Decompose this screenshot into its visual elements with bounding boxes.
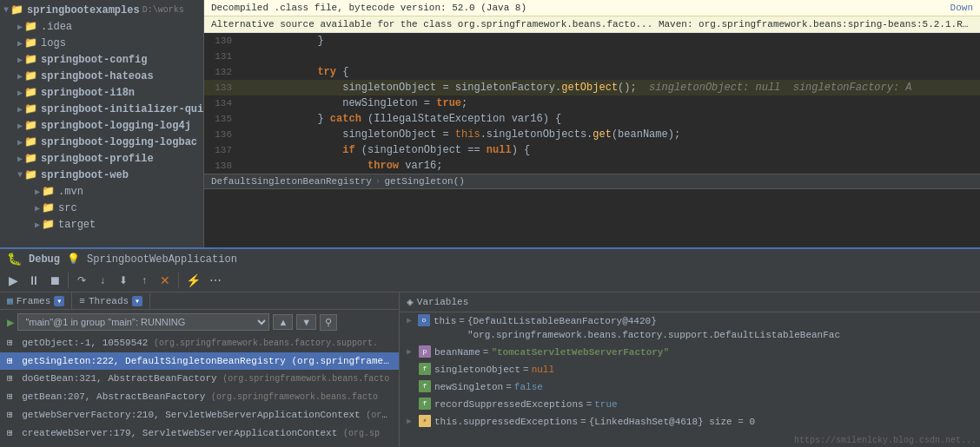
tree-item-target[interactable]: ▶ 📁 target [0, 216, 203, 233]
frames-tab[interactable]: ▦ Frames ▾ [0, 293, 72, 309]
tree-item-src[interactable]: ▶ 📁 src [0, 200, 203, 216]
frame-icon-3: ⊞ [7, 391, 13, 402]
var-suppressedexceptions[interactable]: ▶ ⚡ this.suppressedExceptions = {LinkedH… [400, 413, 980, 431]
tree-item-mvn[interactable]: ▶ 📁 .mvn [0, 183, 203, 200]
var-val-this: {DefaultListableBeanFactory@4420} "org.s… [467, 314, 973, 342]
threads-tab[interactable]: ≡ Threads ▾ [72, 293, 150, 309]
var-expand-recordsuppressed [407, 398, 415, 411]
thread-select-dropdown[interactable]: "main"@1 in group "main": RUNNING [17, 313, 269, 331]
line-content-134: newSingleton = true; [239, 95, 980, 111]
variable-list: ▶ o this = {DefaultListableBeanFactory@4… [400, 312, 980, 447]
folder-icon-hateoas: 📁 [24, 69, 37, 82]
line-num-133: 133 [204, 80, 239, 95]
line-content-138: throw var16; [239, 158, 980, 174]
var-icon-suppressedexceptions: ⚡ [419, 415, 431, 427]
tree-item-hateoas[interactable]: ▶ 📁 springboot-hateoas [0, 68, 203, 84]
stack-frame-5[interactable]: ⊞ createWebServer:179, ServletWebServerA… [0, 424, 399, 443]
threads-label: Threads [89, 296, 129, 306]
tree-item-web[interactable]: ▼ 📁 springboot-web [0, 167, 203, 183]
debug-app-name: SpringbootWebApplication [87, 253, 237, 266]
tree-item-logs[interactable]: ▶ 📁 logs [0, 35, 203, 51]
down-link[interactable]: Down [950, 3, 973, 13]
var-expand-this: ▶ [407, 314, 414, 328]
threads-icon: ≡ [79, 296, 85, 306]
var-icon-singletonobject: f [419, 363, 431, 375]
frame-icon-1: ⊞ [7, 356, 13, 366]
tree-item-logback[interactable]: ▶ 📁 springboot-logging-logbac [0, 134, 203, 150]
line-content-132: try { [239, 64, 980, 80]
tree-arrow-idea: ▶ [17, 22, 23, 32]
thread-down-btn[interactable]: ▼ [296, 314, 316, 330]
line-num-136: 136 [204, 127, 239, 142]
thread-filter-btn[interactable]: ⚲ [320, 314, 337, 331]
var-name-suppressedexceptions: this.suppressedExceptions [434, 415, 578, 429]
folder-icon-mvn: 📁 [42, 185, 55, 198]
tree-item-log4j[interactable]: ▶ 📁 springboot-logging-log4j [0, 117, 203, 134]
frames-icon: ▦ [7, 295, 13, 306]
var-icon-newsingleton: f [419, 380, 431, 392]
frame-location-5: (org.sp [343, 429, 380, 438]
stack-frame-2[interactable]: ⊞ doGetBean:321, AbstractBeanFactory (or… [0, 370, 399, 388]
pause-button[interactable]: ⏸ [24, 271, 43, 290]
var-name-newsingleton: newSingleton [434, 380, 503, 394]
var-expand-beanname: ▶ [407, 345, 415, 359]
line-num-131: 131 [204, 49, 239, 64]
frame-icon-4: ⊞ [7, 410, 13, 420]
evaluate-button[interactable]: ⚡ [182, 271, 204, 290]
frame-icon-5: ⊞ [7, 428, 13, 438]
line-num-134: 134 [204, 95, 239, 111]
threads-dropdown[interactable]: ▾ [132, 296, 142, 306]
frames-dropdown[interactable]: ▾ [54, 296, 64, 306]
code-area: Decompiled .class file, bytecode version… [204, 0, 980, 247]
code-line-133: 133 singletonObject = singletonFactory.g… [204, 80, 980, 95]
folder-icon-log4j: 📁 [24, 119, 37, 132]
resume-button[interactable]: ▶ [3, 271, 23, 290]
var-recordsuppressed[interactable]: f recordSuppressedExceptions = true [400, 396, 980, 413]
var-eq-beanname: = [483, 345, 489, 359]
watermark: https://smilenlcky.blog.csdn.net... [794, 436, 977, 445]
run-to-cursor-button[interactable]: ✕ [156, 271, 175, 290]
code-line-137: 137 if (singletonObject == null) { [204, 142, 980, 158]
stack-frame-0[interactable]: ⊞ getObject:-1, 10559542 (org.springfram… [0, 334, 399, 352]
stop-button[interactable]: ⏹ [45, 271, 64, 290]
toolbar-sep2 [178, 273, 179, 288]
stack-frame-4[interactable]: ⊞ getWebServerFactory:210, ServletWebSer… [0, 406, 399, 424]
stack-frame-1[interactable]: ⊞ getSingleton:222, DefaultSingletonBean… [0, 352, 399, 370]
var-this[interactable]: ▶ o this = {DefaultListableBeanFactory@4… [400, 312, 980, 344]
step-over-button[interactable]: ↷ [72, 271, 91, 290]
tree-item-profile[interactable]: ▶ 📁 springboot-profile [0, 150, 203, 167]
file-tree: ▼ 📁 springbootexamples D:\works ▶ 📁 .ide… [0, 0, 204, 247]
line-content-137: if (singletonObject == null) { [239, 142, 980, 158]
debug-section: 🐛 Debug 💡 SpringbootWebApplication ▶ ⏸ ⏹… [0, 247, 980, 447]
tree-item-root[interactable]: ▼ 📁 springbootexamples D:\works [0, 2, 203, 18]
var-val-newsingleton: false [514, 380, 543, 394]
frame-location-2: (org.springframework.beans.facto [222, 374, 389, 384]
more-button[interactable]: ⋯ [206, 271, 225, 290]
line-num-138: 138 [204, 158, 239, 174]
step-out-button[interactable]: ↑ [135, 271, 154, 290]
var-newsingleton[interactable]: f newSingleton = false [400, 378, 980, 396]
infobar-bytecode: Decompiled .class file, bytecode version… [204, 0, 980, 16]
frame-method-2: doGetBean:321, AbstractBeanFactory [22, 373, 216, 384]
debug-left-panel: ▦ Frames ▾ ≡ Threads ▾ ▶ "main"@1 in gro… [0, 293, 400, 447]
tree-label-hateoas: springboot-hateoas [41, 70, 154, 82]
step-into-button[interactable]: ↓ [93, 271, 112, 290]
tree-label-root: springbootexamples [27, 4, 140, 16]
tree-item-initializer[interactable]: ▶ 📁 springboot-initializer-quick [0, 101, 203, 117]
var-name-beanname: beanName [434, 345, 480, 359]
folder-icon-profile: 📁 [24, 152, 37, 165]
var-beanname[interactable]: ▶ p beanName = "tomcatServletWebServerFa… [400, 344, 980, 361]
code-line-131: 131 [204, 49, 980, 64]
tree-arrow-web: ▼ [17, 170, 23, 180]
force-step-into-button[interactable]: ⬇ [114, 271, 133, 290]
var-singletonobject[interactable]: f singletonObject = null [400, 361, 980, 378]
tree-item-config[interactable]: ▶ 📁 springboot-config [0, 51, 203, 68]
tree-arrow-logs: ▶ [17, 38, 23, 49]
line-num-137: 137 [204, 142, 239, 158]
stack-frame-3[interactable]: ⊞ getBean:207, AbstractBeanFactory (org.… [0, 388, 399, 406]
line-content-135: } catch (IllegalStateException var16) { [239, 111, 980, 127]
breadcrumb: DefaultSingletonBeanRegistry › getSingle… [204, 174, 980, 189]
thread-up-btn[interactable]: ▲ [273, 314, 293, 330]
tree-item-i18n[interactable]: ▶ 📁 springboot-i18n [0, 84, 203, 101]
tree-item-idea[interactable]: ▶ 📁 .idea [0, 18, 203, 35]
